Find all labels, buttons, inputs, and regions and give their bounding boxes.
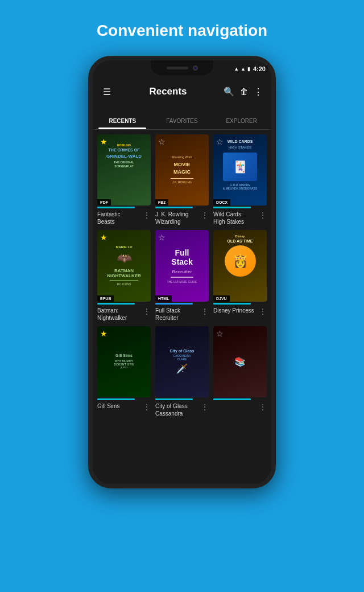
book-info: J. K. RowlingWizarding ⋮ [155,211,209,225]
book-item[interactable]: ☆ WILD CARDS HIGH STAKES 🃏 G [213,134,267,225]
tab-explorer[interactable]: EXPLORER [212,118,271,129]
book-info: City of GlassCassandra ⋮ [155,402,209,417]
notch-speaker [167,67,188,69]
phone-notch [151,60,213,75]
book-title: Batman:Nightwalker [97,307,143,322]
book-item[interactable]: ☆ 📚 ⋮ [213,326,267,417]
book-cover-wildcards: ☆ WILD CARDS HIGH STAKES 🃏 G [213,134,267,205]
book-menu-button[interactable]: ⋮ [143,402,151,412]
format-badge: DOCX [213,199,230,205]
star-icon: ★ [100,233,107,242]
book-cover-disney: Disney OLD AS TIME 👸 DJVU [213,230,267,301]
book-title: Gill Sims [97,402,143,410]
status-battery-icon: ▮ [247,66,250,72]
book-menu-button[interactable]: ⋮ [259,211,267,220]
tabs-bar: RECENTS FAVORITES EXPLORER [93,106,271,130]
format-badge: FB2 [155,199,168,205]
page-header: Convenient navigation [0,0,364,56]
book-item[interactable]: ★ Gill Sims WHY MUMMYDOESN'T GIVEA **** … [97,326,151,417]
app-bar: ☰ Recents 🔍 🗑 ⋮ [93,77,271,106]
book-title: Full StackRecruiter [155,307,201,322]
book-cover-misc: ☆ 📚 [213,326,267,397]
status-wifi-icon: ▲ [234,66,239,72]
status-signal-icon: ▲ [241,66,246,72]
more-icon[interactable]: ⋮ [251,84,266,100]
book-title: J. K. RowlingWizarding [155,211,201,225]
phone-device: ▲ ▲ ▮ 4:20 ☰ Recents 🔍 🗑 ⋮ RECENTS [88,56,276,488]
format-badge: EPUB [97,295,114,302]
book-cover-batman: ★ MARIE LU 🦇 BATMANNIGHTWALKER DC ICONS … [97,230,151,301]
books-content: ★ ROWLING THE CRIMES OF GRINDEL-WALD THE… [93,130,271,484]
menu-icon[interactable]: ☰ [98,84,115,100]
book-item[interactable]: Disney OLD AS TIME 👸 DJVU Dis [213,230,267,321]
book-cover-art: Disney OLD AS TIME 👸 [213,230,267,301]
book-info: Disney Princess ⋮ [213,307,267,316]
book-info: Gill Sims ⋮ [97,402,151,412]
star-icon: ★ [100,137,107,146]
star-icon: ☆ [158,137,166,146]
book-menu-button[interactable]: ⋮ [201,307,209,316]
book-title: City of GlassCassandra [155,402,201,417]
book-cover-gill: ★ Gill Sims WHY MUMMYDOESN'T GIVEA **** [97,326,151,397]
book-menu-button[interactable]: ⋮ [259,402,267,412]
format-badge: PDF [97,199,111,205]
phone-power-button [275,154,276,180]
book-info: ⋮ [213,402,267,412]
phone-volume-button [275,123,276,149]
status-time: 4:20 [253,65,266,72]
book-cover-fantastic: ★ ROWLING THE CRIMES OF GRINDEL-WALD THE… [97,134,151,205]
format-badge: DJVU [213,295,230,302]
book-cover-fullstack: ☆ FullStack Recruiter THE ULTIMATE GUIDE… [155,230,209,301]
book-info: Batman:Nightwalker ⋮ [97,307,151,322]
search-icon[interactable]: 🔍 [221,84,237,99]
format-badge: HTML [155,295,172,302]
star-icon: ☆ [216,329,224,338]
books-grid: ★ ROWLING THE CRIMES OF GRINDEL-WALD THE… [97,134,267,417]
book-menu-button[interactable]: ⋮ [201,211,209,220]
book-item[interactable]: ☆ FullStack Recruiter THE ULTIMATE GUIDE… [155,230,209,321]
book-item[interactable]: City of Glass CASSANDRACLARE 🗡️ City of … [155,326,209,417]
book-item[interactable]: ★ MARIE LU 🦇 BATMANNIGHTWALKER DC ICONS … [97,230,151,321]
book-menu-button[interactable]: ⋮ [259,307,267,316]
tab-favorites[interactable]: FAVORITES [152,118,212,129]
book-menu-button[interactable]: ⋮ [143,307,151,316]
star-icon: ☆ [216,137,224,146]
book-item[interactable]: ☆ Wizarding World MOVIEMAGIC J.K. ROWLIN… [155,134,209,225]
phone-screen: ▲ ▲ ▮ 4:20 ☰ Recents 🔍 🗑 ⋮ RECENTS [93,60,271,484]
book-title: Wild Cards:High Stakes [213,211,259,225]
book-item[interactable]: ★ ROWLING THE CRIMES OF GRINDEL-WALD THE… [97,134,151,225]
book-cover-rowling: ☆ Wizarding World MOVIEMAGIC J.K. ROWLIN… [155,134,209,205]
book-menu-button[interactable]: ⋮ [143,211,151,220]
star-icon: ☆ [158,233,166,242]
book-title: FantasticBeasts [97,211,143,225]
star-icon: ★ [100,329,107,338]
book-info: FantasticBeasts ⋮ [97,211,151,225]
page-background: Convenient navigation ▲ ▲ ▮ 4:20 [0,0,364,592]
book-title: Disney Princess [213,307,259,314]
tab-recents[interactable]: RECENTS [93,118,152,129]
book-info: Full StackRecruiter ⋮ [155,307,209,322]
notch-camera [193,65,198,71]
phone-wrapper: ▲ ▲ ▮ 4:20 ☰ Recents 🔍 🗑 ⋮ RECENTS [0,56,364,488]
delete-icon[interactable]: 🗑 [237,85,251,98]
book-cover-cassandra: City of Glass CASSANDRACLARE 🗡️ [155,326,209,397]
book-cover-art: City of Glass CASSANDRACLARE 🗡️ [155,326,209,397]
app-bar-title: Recents [115,86,221,97]
book-info: Wild Cards:High Stakes ⋮ [213,211,267,225]
book-menu-button[interactable]: ⋮ [201,402,209,412]
